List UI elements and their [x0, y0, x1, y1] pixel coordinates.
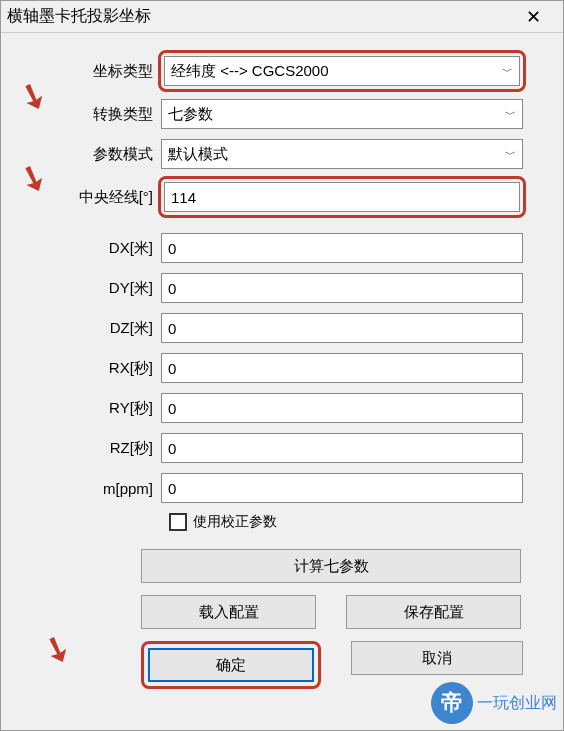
row-central-meridian: 中央经线[°] [41, 179, 523, 215]
label-ry: RY[秒] [41, 399, 161, 418]
input-central-meridian-box [164, 182, 520, 212]
field-transform-type: 七参数 ﹀ [161, 99, 523, 129]
field-param-mode: 默认模式 ﹀ [161, 139, 523, 169]
row-param-mode: 参数模式 默认模式 ﹀ [41, 139, 523, 169]
select-param-mode[interactable]: 默认模式 ﹀ [161, 139, 523, 169]
ok-label: 确定 [216, 656, 246, 675]
save-config-button[interactable]: 保存配置 [346, 595, 521, 629]
row-dy: DY[米] [41, 273, 523, 303]
chevron-down-icon: ﹀ [505, 147, 516, 162]
calc-seven-label: 计算七参数 [294, 557, 369, 576]
label-dx: DX[米] [41, 239, 161, 258]
row-use-correction: 使用校正参数 [169, 513, 523, 531]
config-button-row: 载入配置 保存配置 [141, 595, 523, 629]
annotation-arrow-icon: ➘ [37, 625, 77, 672]
calc-seven-button[interactable]: 计算七参数 [141, 549, 521, 583]
titlebar: 横轴墨卡托投影坐标 ✕ [1, 1, 563, 33]
highlight-ok-button: 确定 [141, 641, 321, 689]
input-rx[interactable] [168, 360, 516, 377]
load-config-button[interactable]: 载入配置 [141, 595, 316, 629]
row-dx: DX[米] [41, 233, 523, 263]
select-coord-type-value: 经纬度 <--> CGCS2000 [171, 62, 329, 81]
select-param-mode-value: 默认模式 [168, 145, 228, 164]
watermark: 帝 一玩创业网 [431, 682, 557, 724]
select-coord-type[interactable]: 经纬度 <--> CGCS2000 ﹀ [164, 56, 520, 86]
cancel-button[interactable]: 取消 [351, 641, 523, 675]
label-coord-type: 坐标类型 [41, 62, 161, 81]
label-use-correction: 使用校正参数 [193, 513, 277, 531]
label-dz: DZ[米] [41, 319, 161, 338]
close-icon[interactable]: ✕ [513, 6, 553, 28]
select-transform-type-value: 七参数 [168, 105, 213, 124]
input-m[interactable] [168, 480, 516, 497]
input-dz[interactable] [168, 320, 516, 337]
row-rz: RZ[秒] [41, 433, 523, 463]
input-dx[interactable] [168, 240, 516, 257]
save-config-label: 保存配置 [404, 603, 464, 622]
label-rz: RZ[秒] [41, 439, 161, 458]
label-dy: DY[米] [41, 279, 161, 298]
highlight-central-meridian [158, 176, 526, 218]
label-transform-type: 转换类型 [41, 105, 161, 124]
input-dy[interactable] [168, 280, 516, 297]
row-coord-type: 坐标类型 经纬度 <--> CGCS2000 ﹀ [41, 53, 523, 89]
label-m: m[ppm] [41, 480, 161, 497]
watermark-text: 一玩创业网 [477, 693, 557, 714]
dialog-window: 横轴墨卡托投影坐标 ✕ ➘ ➘ 坐标类型 经纬度 <--> CGCS2000 ﹀… [0, 0, 564, 731]
form-content: ➘ ➘ 坐标类型 经纬度 <--> CGCS2000 ﹀ 转换类型 七参数 ﹀ … [1, 33, 563, 711]
row-rx: RX[秒] [41, 353, 523, 383]
row-transform-type: 转换类型 七参数 ﹀ [41, 99, 523, 129]
input-rz[interactable] [168, 440, 516, 457]
watermark-logo-icon: 帝 [431, 682, 473, 724]
checkbox-use-correction[interactable] [169, 513, 187, 531]
select-transform-type[interactable]: 七参数 ﹀ [161, 99, 523, 129]
chevron-down-icon: ﹀ [505, 107, 516, 122]
ok-button[interactable]: 确定 [148, 648, 314, 682]
label-param-mode: 参数模式 [41, 145, 161, 164]
row-ry: RY[秒] [41, 393, 523, 423]
row-dz: DZ[米] [41, 313, 523, 343]
input-ry[interactable] [168, 400, 516, 417]
label-rx: RX[秒] [41, 359, 161, 378]
cancel-label: 取消 [422, 649, 452, 668]
input-central-meridian[interactable] [171, 189, 513, 206]
label-central-meridian: 中央经线[°] [41, 188, 161, 207]
window-title: 横轴墨卡托投影坐标 [7, 6, 151, 27]
highlight-coord-type: 经纬度 <--> CGCS2000 ﹀ [158, 50, 526, 92]
load-config-label: 载入配置 [199, 603, 259, 622]
row-m: m[ppm] [41, 473, 523, 503]
chevron-down-icon: ﹀ [502, 64, 513, 79]
